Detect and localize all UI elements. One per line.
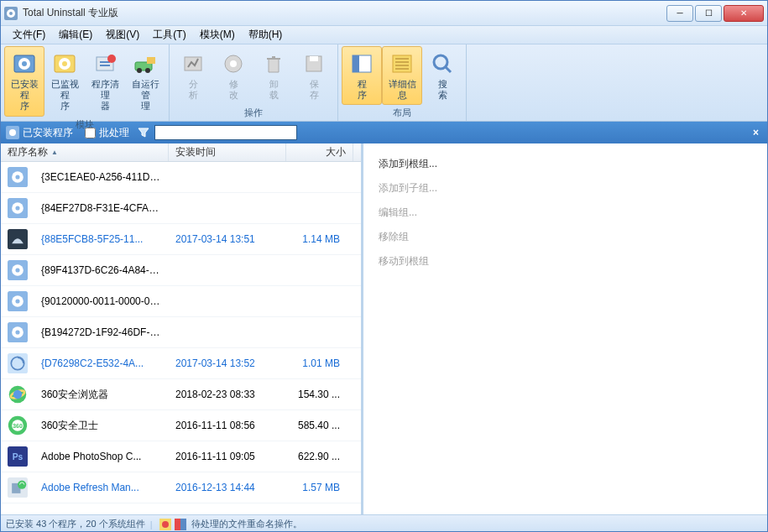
status-installed: 已安装 43 个程序，20 个系统组件 xyxy=(6,518,145,530)
ribbon-btn-autorun[interactable]: 自运行管 理 xyxy=(125,46,165,117)
program-size: 1.01 MB xyxy=(286,357,347,369)
list-item[interactable]: {B194272D-1F92-46DF-99EB-8D5CE91CB4EC} xyxy=(1,317,361,348)
svg-rect-57 xyxy=(175,519,180,530)
program-icon xyxy=(1,165,34,189)
list-item[interactable]: 360安全浏览器2018-02-23 08:33154.30 ... xyxy=(1,379,361,410)
program-icon xyxy=(1,289,34,313)
svg-point-5 xyxy=(22,61,27,66)
list-item[interactable]: {90120000-0011-0000-0000-0000000FF1CE} xyxy=(1,286,361,317)
svg-point-46 xyxy=(13,390,22,399)
maximize-button[interactable]: ☐ xyxy=(695,5,722,22)
menu-view[interactable]: 视图(V) xyxy=(99,26,146,44)
svg-point-17 xyxy=(230,60,237,67)
svg-text:360: 360 xyxy=(13,423,23,429)
program-list[interactable]: {3EC1EAE0-A256-411D-B00B-016CA8376078}{8… xyxy=(1,162,361,514)
program-time: 2016-12-13 14:44 xyxy=(169,482,286,493)
menubar: 文件(F) 编辑(E) 视图(V) 工具(T) 模块(M) 帮助(H) xyxy=(1,26,767,44)
list-item[interactable]: {89F4137D-6C26-4A84-BDB8-2E5A4BB71E00} xyxy=(1,255,361,286)
filter-icon[interactable] xyxy=(136,125,151,140)
window-title: Total Uninstall 专业版 xyxy=(23,6,665,20)
cleaner-icon xyxy=(91,50,118,77)
search-input[interactable] xyxy=(154,125,297,140)
svg-text:Ps: Ps xyxy=(13,452,24,462)
menu-help[interactable]: 帮助(H) xyxy=(242,26,290,44)
menu-modules[interactable]: 模块(M) xyxy=(193,26,242,44)
ribbon-btn-installed[interactable]: 已安装程 序 xyxy=(4,46,44,117)
menu-edit[interactable]: 编辑(E) xyxy=(52,26,99,44)
panel-icon xyxy=(6,126,19,139)
program-size: 622.90 ... xyxy=(286,451,347,462)
menu-tools[interactable]: 工具(T) xyxy=(146,26,192,44)
panel-close-icon[interactable]: × xyxy=(750,127,762,138)
batch-toggle[interactable]: 批处理 xyxy=(85,126,129,140)
ribbon-group-label: 操作 xyxy=(173,105,334,121)
ribbon-btn-uninstall[interactable]: 卸 载 xyxy=(253,46,294,105)
list-item[interactable]: PsAdobe PhotoShop C...2016-11-11 09:0562… xyxy=(1,441,361,472)
batch-label: 批处理 xyxy=(99,126,129,140)
details-panel: 添加到根组... 添加到子组... 编辑组... 移除组 移动到根组 xyxy=(363,143,767,514)
analyze-icon xyxy=(180,50,206,77)
program-size: 154.30 ... xyxy=(286,389,347,400)
program-time: 2017-03-14 13:51 xyxy=(169,233,286,245)
status-icon-1 xyxy=(159,519,171,530)
column-size[interactable]: 大小 xyxy=(286,143,353,161)
column-name[interactable]: 程序名称 ▲ xyxy=(1,143,169,161)
svg-point-38 xyxy=(15,299,19,303)
ribbon-btn-details[interactable]: 详细信 息 xyxy=(382,46,422,105)
ribbon-group-modules: 已安装程 序 已监视程 序 程序清理 器 自运行管 理 模块 xyxy=(1,44,170,121)
ribbon-btn-cleaner[interactable]: 程序清理 器 xyxy=(85,46,125,117)
ctx-remove-group: 移除组 xyxy=(375,225,755,249)
ribbon-btn-modify[interactable]: 修 改 xyxy=(213,46,253,105)
svg-point-8 xyxy=(62,61,67,66)
ribbon-btn-programs[interactable]: 程 序 xyxy=(342,46,382,105)
program-time: 2016-11-11 09:05 xyxy=(169,451,286,462)
ribbon-btn-search[interactable]: 搜 索 xyxy=(422,46,462,105)
close-button[interactable]: ✕ xyxy=(724,5,764,22)
program-icon xyxy=(1,227,34,251)
ribbon-btn-monitored[interactable]: 已监视程 序 xyxy=(44,46,85,117)
list-header: 程序名称 ▲ 安装时间 大小 xyxy=(1,143,361,162)
panel-title: 已安装程序 xyxy=(23,126,73,140)
ribbon-btn-analyze[interactable]: 分 析 xyxy=(173,46,213,105)
batch-checkbox[interactable] xyxy=(85,128,96,138)
program-icon xyxy=(1,321,34,344)
ribbon-btn-save[interactable]: 保 存 xyxy=(294,46,334,105)
ctx-add-sub: 添加到子组... xyxy=(375,176,755,201)
program-icon: Ps xyxy=(1,445,34,468)
svg-rect-22 xyxy=(393,55,411,72)
main-area: 程序名称 ▲ 安装时间 大小 {3EC1EAE0-A256-411D-B00B-… xyxy=(1,143,767,514)
program-icon xyxy=(1,352,34,375)
program-icon xyxy=(1,476,34,499)
program-name: 360安全浏览器 xyxy=(34,388,169,402)
modify-icon xyxy=(220,50,247,77)
svg-point-56 xyxy=(162,521,169,528)
list-item[interactable]: {3EC1EAE0-A256-411D-B00B-016CA8376078} xyxy=(1,162,361,193)
menu-file[interactable]: 文件(F) xyxy=(6,26,52,44)
program-name: {84EF27D8-F31E-4CFA-8F4B-EB434B001A63} xyxy=(34,202,169,214)
program-time: 2018-02-23 08:33 xyxy=(169,389,286,400)
svg-rect-14 xyxy=(147,57,155,64)
list-item[interactable]: {84EF27D8-F31E-4CFA-8F4B-EB434B001A63} xyxy=(1,193,361,224)
ctx-add-root[interactable]: 添加到根组... xyxy=(375,152,755,176)
list-item[interactable]: Adobe Refresh Man...2016-12-13 14:441.57… xyxy=(1,472,361,503)
svg-point-10 xyxy=(107,55,116,63)
svg-point-41 xyxy=(15,330,19,334)
program-name: {D76298C2-E532-4A... xyxy=(34,357,169,369)
program-icon xyxy=(1,383,34,406)
uninstall-icon xyxy=(260,50,287,77)
list-item[interactable]: {D76298C2-E532-4A...2017-03-14 13:521.01… xyxy=(1,348,361,379)
minimize-button[interactable]: ─ xyxy=(666,5,693,22)
save-icon xyxy=(300,50,327,77)
program-name: {89F4137D-6C26-4A84-BDB8-2E5A4BB71E00} xyxy=(34,264,169,276)
ribbon-label: 保 存 xyxy=(310,79,319,101)
programs-pane-icon xyxy=(348,50,375,77)
program-name: {88E5FCB8-5F25-11... xyxy=(34,233,169,245)
ribbon-label: 已安装程 序 xyxy=(7,79,42,112)
column-time[interactable]: 安装时间 xyxy=(169,143,286,161)
program-size: 1.14 MB xyxy=(286,233,347,245)
monitored-programs-icon xyxy=(51,50,78,77)
list-item[interactable]: {88E5FCB8-5F25-11...2017-03-14 13:511.14… xyxy=(1,224,361,255)
list-item[interactable]: 360360安全卫士2016-11-11 08:56585.40 ... xyxy=(1,410,361,441)
program-list-panel: 程序名称 ▲ 安装时间 大小 {3EC1EAE0-A256-411D-B00B-… xyxy=(1,143,363,514)
ribbon-label: 详细信 息 xyxy=(389,79,416,101)
